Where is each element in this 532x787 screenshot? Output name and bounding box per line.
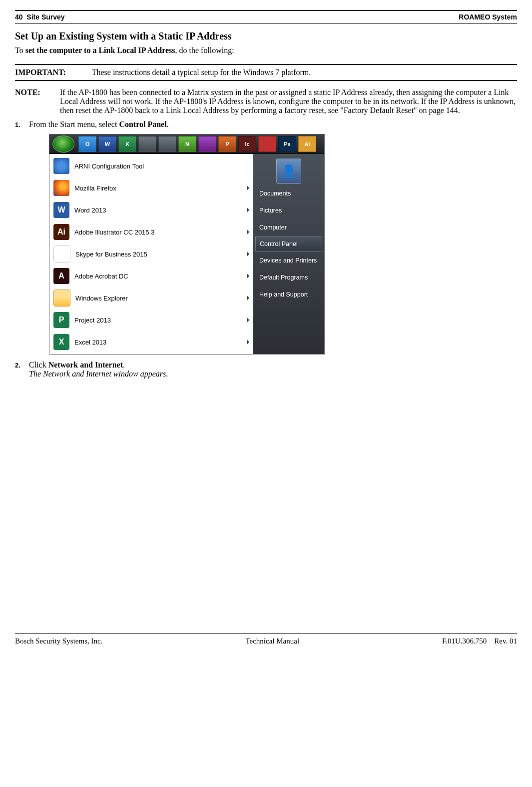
globe-icon [53, 158, 69, 174]
taskbar-pin-ppt[interactable]: P [218, 136, 236, 152]
product-name: ROAMEO System [459, 13, 517, 21]
step-2: 2. Click Network and Internet. The Netwo… [29, 360, 517, 378]
taskbar-pin-word[interactable]: W [98, 136, 116, 152]
taskbar-pin-tool2[interactable] [158, 136, 176, 152]
lead-paragraph: To set the computer to a Link Local IP A… [15, 46, 517, 55]
folder-icon [53, 290, 70, 306]
note-callout: NOTE: If the AP-1800 has been connected … [15, 88, 517, 115]
start-menu-programs: ARNI Configuration Tool Mozilla Firefox … [49, 154, 253, 354]
submenu-arrow-icon [247, 274, 249, 278]
taskbar-pin-red[interactable] [258, 136, 276, 152]
taskbar-pin-ps[interactable]: Ps [278, 136, 296, 152]
program-label: Excel 2013 [74, 338, 106, 346]
taskbar-pin-onenote[interactable]: N [178, 136, 196, 152]
submenu-arrow-icon [247, 186, 249, 190]
taskbar: O W X N P Ic Ps Ai [49, 134, 324, 154]
program-project[interactable]: P Project 2013 [49, 309, 253, 331]
program-explorer[interactable]: Windows Explorer [49, 287, 253, 309]
program-label: Word 2013 [74, 206, 106, 214]
page-number: 40 [15, 13, 23, 21]
right-item-documents[interactable]: Documents [253, 185, 324, 202]
skype-icon: S [53, 246, 70, 262]
submenu-arrow-icon [247, 208, 249, 212]
submenu-arrow-icon [247, 296, 249, 300]
submenu-arrow-icon [247, 230, 249, 234]
footer-docnum: F.01U.306.750 [442, 637, 487, 645]
program-label: Mozilla Firefox [74, 184, 116, 192]
page-footer: Bosch Security Systems, Inc. Technical M… [15, 634, 517, 646]
taskbar-pin-tool[interactable] [138, 136, 156, 152]
user-avatar-icon[interactable]: 👤 [276, 158, 301, 184]
taskbar-pin-ic[interactable]: Ic [238, 136, 256, 152]
right-item-computer[interactable]: Computer [253, 219, 324, 236]
footer-company: Bosch Security Systems, Inc. [15, 637, 102, 646]
right-item-help[interactable]: Help and Support [253, 286, 324, 303]
taskbar-pin-outlook[interactable]: O [78, 136, 96, 152]
start-orb-icon[interactable] [52, 136, 74, 152]
important-label: IMPORTANT: [15, 68, 90, 77]
step-1: 1. From the Start menu, select Control P… [29, 120, 517, 354]
step-number: 2. [15, 362, 27, 369]
illustrator-icon: Ai [53, 224, 69, 240]
note-text: If the AP-1800 has been connected to a M… [60, 88, 517, 115]
program-label: Skype for Business 2015 [75, 250, 147, 258]
start-menu-screenshot: O W X N P Ic Ps Ai [49, 134, 325, 354]
submenu-arrow-icon [247, 340, 249, 344]
footer-doctype: Technical Manual [245, 637, 299, 646]
right-item-devices[interactable]: Devices and Printers [253, 252, 324, 269]
program-word[interactable]: W Word 2013 [49, 199, 253, 221]
page-header: 40 Site Survey ROAMEO System [15, 13, 517, 21]
program-label: Adobe Acrobat DC [74, 272, 128, 280]
taskbar-pin-ai[interactable]: Ai [298, 136, 316, 152]
section-title: Set Up an Existing System with a Static … [15, 30, 517, 42]
step-result: The Network and Internet window appears. [29, 370, 168, 378]
program-label: ARNI Configuration Tool [74, 162, 144, 170]
note-label: NOTE: [15, 88, 60, 115]
section-name: Site Survey [26, 13, 64, 21]
firefox-icon [53, 180, 69, 196]
word-icon: W [53, 202, 69, 218]
important-text: These instructions detail a typical setu… [92, 68, 311, 76]
program-skype[interactable]: S Skype for Business 2015 [49, 243, 253, 265]
right-item-pictures[interactable]: Pictures [253, 202, 324, 219]
acrobat-icon: A [53, 268, 69, 284]
program-label: Project 2013 [74, 316, 111, 324]
program-arni[interactable]: ARNI Configuration Tool [49, 155, 253, 177]
important-callout: IMPORTANT: These instructions detail a t… [15, 64, 517, 81]
program-illustrator[interactable]: Ai Adobe Illustrator CC 2015.3 [49, 221, 253, 243]
footer-rev: Rev. 01 [494, 637, 517, 645]
submenu-arrow-icon [247, 252, 249, 256]
program-excel[interactable]: X Excel 2013 [49, 331, 253, 353]
step-number: 1. [15, 121, 27, 128]
program-firefox[interactable]: Mozilla Firefox [49, 177, 253, 199]
program-acrobat[interactable]: A Adobe Acrobat DC [49, 265, 253, 287]
excel-icon: X [53, 334, 69, 350]
right-item-control-panel[interactable]: Control Panel [255, 236, 322, 252]
submenu-arrow-icon [247, 318, 249, 322]
program-label: Adobe Illustrator CC 2015.3 [74, 228, 154, 236]
start-menu-right-panel: 👤 Documents Pictures Computer Control Pa… [253, 154, 324, 354]
taskbar-pin-app[interactable] [198, 136, 216, 152]
right-item-default-programs[interactable]: Default Programs [253, 269, 324, 286]
program-label: Windows Explorer [75, 294, 128, 302]
project-icon: P [53, 312, 69, 328]
taskbar-pin-excel[interactable]: X [118, 136, 136, 152]
